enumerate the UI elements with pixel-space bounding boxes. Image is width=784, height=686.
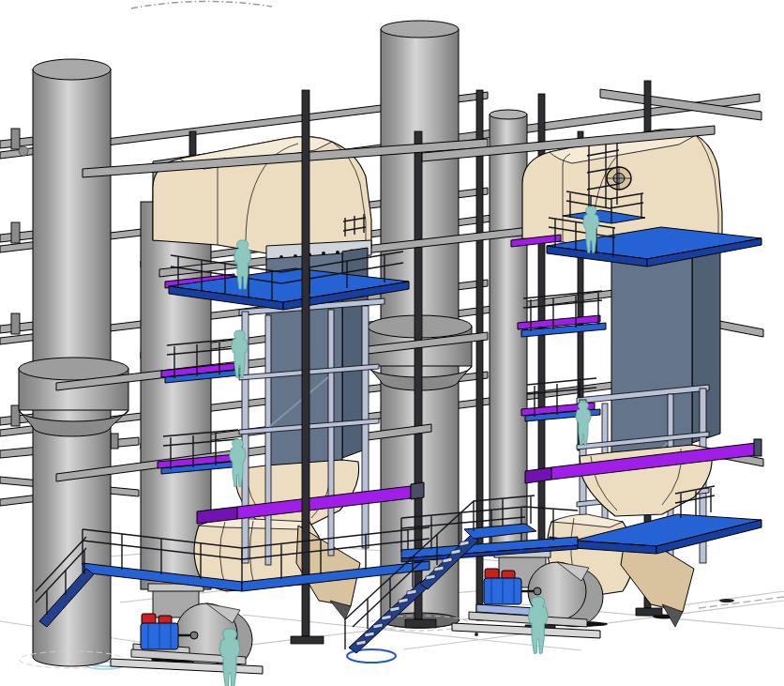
model-canvas[interactable] (0, 0, 784, 686)
left-concrete-stack[interactable] (19, 59, 128, 668)
3d-model-viewport[interactable] (0, 0, 784, 686)
centrifugal-fan[interactable] (111, 584, 263, 674)
elbow-access-flange (607, 167, 631, 190)
fan-motor[interactable] (141, 614, 178, 649)
scope-arc (131, 1, 272, 8)
scrubber-tower[interactable] (611, 250, 692, 456)
